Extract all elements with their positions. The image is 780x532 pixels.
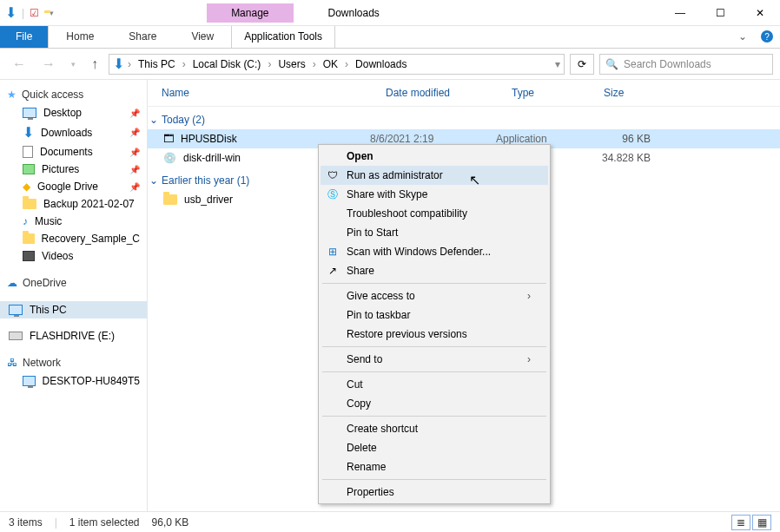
pin-icon: 📌 — [129, 108, 140, 118]
navigation-pane: ★Quick access Desktop📌 ⬇Downloads📌 Docum… — [0, 80, 148, 511]
nav-network-pc[interactable]: DESKTOP-HU849T5 — [0, 372, 147, 390]
breadcrumb[interactable]: ⬇ › This PC › Local Disk (C:) › Users › … — [109, 54, 565, 75]
col-date[interactable]: Date modified — [379, 85, 505, 101]
ctx-pin-start[interactable]: Pin to Start — [321, 223, 548, 242]
exe-icon: 🗔 — [163, 133, 174, 145]
chevron-right-icon[interactable]: › — [343, 58, 350, 70]
search-placeholder: Search Downloads — [624, 58, 711, 70]
view-details-button[interactable]: ≣ — [731, 515, 750, 530]
nav-onedrive[interactable]: ☁OneDrive — [0, 273, 147, 292]
nav-documents[interactable]: Documents📌 — [0, 143, 147, 161]
view-icons-button[interactable]: ▦ — [752, 515, 771, 530]
crumb-users[interactable]: Users — [274, 58, 308, 70]
pin-icon: 📌 — [129, 165, 140, 174]
crumb-ok[interactable]: OK — [320, 58, 341, 70]
chevron-right-icon[interactable]: › — [181, 58, 188, 70]
search-icon: 🔍 — [605, 58, 618, 70]
ctx-restore[interactable]: Restore previous versions — [321, 325, 548, 344]
ctx-share[interactable]: ↗Share — [321, 261, 548, 280]
context-menu: Open 🛡Run as administrator ⓈShare with S… — [318, 144, 551, 504]
column-headers[interactable]: Name Date modified Type Size — [148, 80, 780, 107]
ribbon-collapse-icon[interactable]: ⌄ — [731, 26, 754, 48]
nav-flashdrive[interactable]: FLASHDRIVE (E:) — [0, 327, 147, 345]
chevron-right-icon[interactable]: › — [266, 58, 273, 70]
manage-contextual-tab[interactable]: Manage — [207, 3, 293, 23]
maximize-button[interactable]: ☐ — [700, 0, 740, 26]
desktop-icon — [23, 108, 36, 118]
nav-pictures[interactable]: Pictures📌 — [0, 161, 147, 178]
nav-recovery[interactable]: Recovery_Sample_C — [0, 230, 147, 247]
close-button[interactable]: ✕ — [740, 0, 780, 26]
search-input[interactable]: 🔍 Search Downloads — [599, 54, 773, 75]
nav-thispc[interactable]: This PC — [0, 301, 147, 319]
nav-googledrive[interactable]: ◆Google Drive📌 — [0, 178, 147, 195]
network-icon: 🖧 — [7, 357, 17, 369]
refresh-button[interactable]: ⟳ — [570, 54, 594, 75]
star-icon: ★ — [7, 89, 17, 101]
pc-icon — [23, 376, 36, 386]
pin-icon: 📌 — [129, 128, 140, 137]
ctx-cut[interactable]: Cut — [321, 375, 548, 394]
mouse-cursor: ↖ — [469, 172, 480, 188]
nav-network[interactable]: 🖧Network — [0, 353, 147, 372]
music-icon: ♪ — [23, 215, 28, 227]
crumb-downloads[interactable]: Downloads — [352, 58, 410, 70]
col-name[interactable]: Name — [155, 85, 379, 101]
ctx-send-to[interactable]: Send to› — [321, 350, 548, 369]
nav-desktop[interactable]: Desktop📌 — [0, 104, 147, 122]
share-icon: ↗ — [326, 265, 340, 277]
ctx-open[interactable]: Open — [321, 147, 548, 166]
ctx-copy[interactable]: Copy — [321, 394, 548, 413]
window-title: Downloads — [294, 7, 661, 19]
downloads-icon: ⬇ — [23, 124, 34, 141]
shield-icon: 🛡 — [326, 169, 340, 181]
minimize-button[interactable]: — — [660, 0, 700, 26]
file-tab[interactable]: File — [0, 26, 49, 48]
crumb-disk[interactable]: Local Disk (C:) — [189, 58, 265, 70]
address-dropdown-icon[interactable]: ▾ — [555, 58, 560, 70]
status-selection: 1 item selected — [69, 516, 140, 529]
crumb-thispc[interactable]: This PC — [135, 58, 179, 70]
google-drive-icon: ◆ — [23, 181, 30, 193]
skype-icon: Ⓢ — [326, 187, 340, 202]
chevron-right-icon[interactable]: › — [311, 58, 318, 70]
ctx-properties[interactable]: Properties — [321, 483, 548, 502]
ctx-shortcut[interactable]: Create shortcut — [321, 419, 548, 438]
qat-properties-icon[interactable]: ☑ — [30, 7, 39, 19]
ctx-defender[interactable]: ⊞Scan with Windows Defender... — [321, 242, 548, 261]
quick-access-group[interactable]: ★Quick access — [0, 85, 147, 104]
folder-icon — [163, 194, 177, 205]
ctx-run-admin[interactable]: 🛡Run as administrator — [321, 166, 548, 185]
ctx-pin-taskbar[interactable]: Pin to taskbar — [321, 305, 548, 325]
status-bar: 3 items | 1 item selected 96,0 KB ≣ ▦ — [0, 511, 780, 532]
ctx-skype[interactable]: ⓈShare with Skype — [321, 185, 548, 204]
help-icon[interactable]: ? — [761, 30, 773, 43]
folder-icon — [23, 233, 35, 244]
recent-dropdown-icon[interactable]: ▾ — [66, 60, 81, 69]
back-button[interactable]: ← — [7, 56, 31, 72]
cloud-icon: ☁ — [7, 277, 17, 289]
ctx-give-access[interactable]: Give access to› — [321, 286, 548, 305]
ctx-rename[interactable]: Rename — [321, 457, 548, 476]
qat-dropdown-icon[interactable]: ▾ — [50, 9, 54, 17]
application-tools-tab[interactable]: Application Tools — [231, 26, 335, 48]
col-size[interactable]: Size — [597, 85, 666, 101]
col-type[interactable]: Type — [505, 85, 597, 101]
titlebar: ⬇ | ☑ ▾ Manage Downloads — ☐ ✕ — [0, 0, 780, 26]
group-today[interactable]: ⌄Today (2) — [148, 107, 780, 129]
chevron-right-icon[interactable]: › — [126, 58, 133, 70]
forward-button[interactable]: → — [36, 56, 61, 72]
view-tab[interactable]: View — [174, 26, 231, 48]
folder-icon — [23, 199, 36, 209]
home-tab[interactable]: Home — [49, 26, 111, 48]
up-button[interactable]: ↑ — [86, 56, 103, 72]
status-size: 96,0 KB — [152, 516, 189, 529]
ctx-troubleshoot[interactable]: Troubleshoot compatibility — [321, 204, 548, 223]
nav-downloads[interactable]: ⬇Downloads📌 — [0, 122, 147, 143]
nav-backup[interactable]: Backup 2021-02-07 — [0, 195, 147, 213]
ctx-delete[interactable]: Delete — [321, 438, 548, 457]
nav-music[interactable]: ♪Music — [0, 213, 147, 230]
qat-divider: | — [22, 7, 24, 19]
share-tab[interactable]: Share — [111, 26, 174, 48]
nav-videos[interactable]: Videos — [0, 247, 147, 265]
